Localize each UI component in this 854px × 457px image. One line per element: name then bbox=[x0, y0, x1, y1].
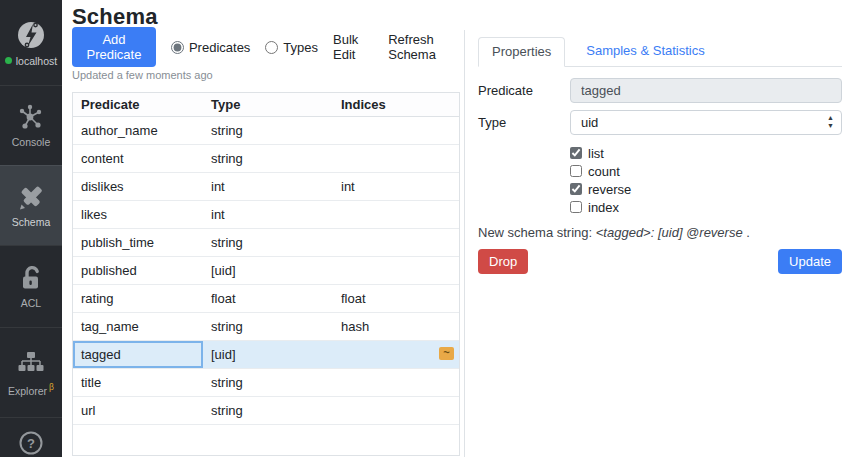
radio-types-input[interactable] bbox=[265, 41, 278, 54]
drop-button[interactable]: Drop bbox=[478, 249, 528, 274]
pred-cell[interactable]: url bbox=[73, 397, 203, 425]
indices-cell[interactable]: int bbox=[333, 173, 459, 201]
indices-cell[interactable] bbox=[333, 145, 459, 173]
indices-cell[interactable]: float bbox=[333, 285, 459, 313]
type-cell[interactable]: string bbox=[203, 145, 333, 173]
sidebar-item-schema[interactable]: Schema bbox=[0, 165, 62, 245]
pred-cell[interactable]: title bbox=[73, 369, 203, 397]
sidebar-item-explorer[interactable]: Explorerβ bbox=[0, 327, 62, 417]
indices-cell[interactable] bbox=[333, 229, 459, 257]
reverse-badge-icon[interactable]: ~ bbox=[439, 347, 454, 360]
type-select[interactable]: uid bbox=[570, 110, 842, 135]
type-cell[interactable]: int bbox=[203, 201, 333, 229]
sidebar-item-server[interactable]: localhost bbox=[0, 0, 62, 85]
indices-cell[interactable] bbox=[333, 397, 459, 425]
table-row[interactable]: published[uid] bbox=[73, 257, 459, 285]
indices-cell[interactable]: hash bbox=[333, 313, 459, 341]
option-label: list bbox=[588, 146, 604, 161]
schema-table-body: author_namestringcontentstringdislikesin… bbox=[73, 117, 459, 425]
option-label: count bbox=[588, 164, 620, 179]
table-row[interactable]: tagged[uid]~ bbox=[73, 341, 459, 369]
pred-cell[interactable]: published bbox=[73, 257, 203, 285]
column-header-indices[interactable]: Indices bbox=[333, 93, 459, 117]
type-cell[interactable]: int bbox=[203, 173, 333, 201]
option-label: index bbox=[588, 200, 619, 215]
type-cell[interactable]: [uid] bbox=[203, 257, 333, 285]
pred-cell[interactable]: author_name bbox=[73, 117, 203, 145]
sidebar-item-label: Schema bbox=[12, 216, 51, 228]
indices-cell[interactable] bbox=[333, 369, 459, 397]
indices-cell[interactable] bbox=[333, 201, 459, 229]
radio-predicates-input[interactable] bbox=[171, 41, 184, 54]
indices-cell[interactable] bbox=[333, 117, 459, 145]
sidebar-item-acl[interactable]: ACL bbox=[0, 245, 62, 327]
type-field-label: Type bbox=[478, 115, 570, 130]
column-header-predicate[interactable]: Predicate bbox=[73, 93, 203, 117]
beta-badge: β bbox=[49, 382, 54, 392]
pred-cell[interactable]: dislikes bbox=[73, 173, 203, 201]
add-predicate-button[interactable]: Add Predicate bbox=[72, 27, 156, 67]
pred-cell[interactable]: publish_time bbox=[73, 229, 203, 257]
option-count[interactable]: count bbox=[570, 162, 842, 180]
indices-cell[interactable] bbox=[333, 257, 459, 285]
predicate-form-row: Predicate bbox=[478, 78, 842, 103]
pred-cell[interactable]: tagged bbox=[73, 341, 203, 369]
update-button[interactable]: Update bbox=[778, 249, 842, 274]
sidebar-item-label: Explorerβ bbox=[8, 382, 54, 397]
schema-tools-icon bbox=[17, 183, 45, 211]
type-form-row: Type uid ▲▼ bbox=[478, 110, 842, 135]
type-cell[interactable]: string bbox=[203, 117, 333, 145]
pred-cell[interactable]: content bbox=[73, 145, 203, 173]
table-row[interactable]: contentstring bbox=[73, 145, 459, 173]
option-label: reverse bbox=[588, 182, 631, 197]
sidebar-item-label: ACL bbox=[21, 297, 41, 309]
tab-samples-statistics[interactable]: Samples & Statistics bbox=[573, 37, 718, 66]
type-cell[interactable]: string bbox=[203, 313, 333, 341]
option-list-checkbox[interactable] bbox=[570, 147, 582, 159]
option-list[interactable]: list bbox=[570, 144, 842, 162]
table-row[interactable]: likesint bbox=[73, 201, 459, 229]
type-cell[interactable]: string bbox=[203, 397, 333, 425]
updated-note: Updated a few moments ago bbox=[72, 69, 464, 81]
console-graph-icon bbox=[17, 103, 45, 131]
option-index-checkbox[interactable] bbox=[570, 201, 582, 213]
table-row[interactable]: dislikesintint bbox=[73, 173, 459, 201]
sidebar: localhost Console bbox=[0, 0, 62, 457]
option-index[interactable]: index bbox=[570, 198, 842, 216]
help-icon: ? bbox=[18, 430, 44, 456]
table-row[interactable]: tag_namestringhash bbox=[73, 313, 459, 341]
table-row[interactable]: author_namestring bbox=[73, 117, 459, 145]
schema-left-panel: Schema Add Predicate Predicates Types Bu… bbox=[62, 0, 464, 457]
type-options-group: listcountreverseindex bbox=[570, 144, 842, 216]
option-reverse[interactable]: reverse bbox=[570, 180, 842, 198]
table-header-row: Predicate Type Indices bbox=[73, 93, 459, 117]
option-reverse-checkbox[interactable] bbox=[570, 183, 582, 195]
sidebar-item-console[interactable]: Console bbox=[0, 85, 62, 165]
pred-cell[interactable]: rating bbox=[73, 285, 203, 313]
radio-predicates[interactable]: Predicates bbox=[171, 40, 250, 55]
table-row[interactable]: titlestring bbox=[73, 369, 459, 397]
tabs: Properties Samples & Statistics bbox=[478, 37, 842, 67]
column-header-type[interactable]: Type bbox=[203, 93, 333, 117]
indices-cell[interactable]: ~ bbox=[333, 341, 459, 369]
table-row[interactable]: publish_timestring bbox=[73, 229, 459, 257]
radio-types[interactable]: Types bbox=[265, 40, 318, 55]
tab-properties[interactable]: Properties bbox=[478, 37, 565, 67]
sidebar-item-help[interactable]: ? bbox=[0, 417, 62, 457]
sidebar-item-label: Console bbox=[12, 136, 51, 148]
acl-unlock-icon bbox=[17, 264, 45, 292]
type-cell[interactable]: string bbox=[203, 369, 333, 397]
bulk-edit-button[interactable]: Bulk Edit bbox=[333, 32, 373, 62]
type-cell[interactable]: [uid] bbox=[203, 341, 333, 369]
schema-string-value: <tagged>: [uid] @reverse bbox=[596, 225, 743, 240]
predicate-properties-panel: Properties Samples & Statistics Predicat… bbox=[465, 0, 854, 457]
type-cell[interactable]: float bbox=[203, 285, 333, 313]
dgraph-logo-icon bbox=[15, 19, 47, 51]
table-row[interactable]: ratingfloatfloat bbox=[73, 285, 459, 313]
type-cell[interactable]: string bbox=[203, 229, 333, 257]
pred-cell[interactable]: likes bbox=[73, 201, 203, 229]
option-count-checkbox[interactable] bbox=[570, 165, 582, 177]
table-row[interactable]: urlstring bbox=[73, 397, 459, 425]
pred-cell[interactable]: tag_name bbox=[73, 313, 203, 341]
refresh-schema-button[interactable]: Refresh Schema bbox=[388, 32, 464, 62]
